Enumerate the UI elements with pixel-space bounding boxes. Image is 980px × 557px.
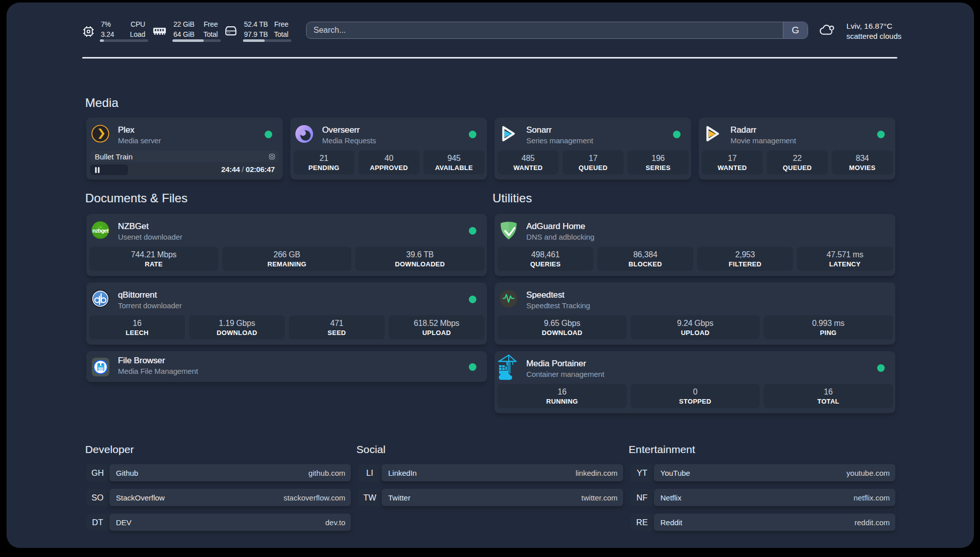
svg-text:nzbget: nzbget xyxy=(92,228,109,234)
